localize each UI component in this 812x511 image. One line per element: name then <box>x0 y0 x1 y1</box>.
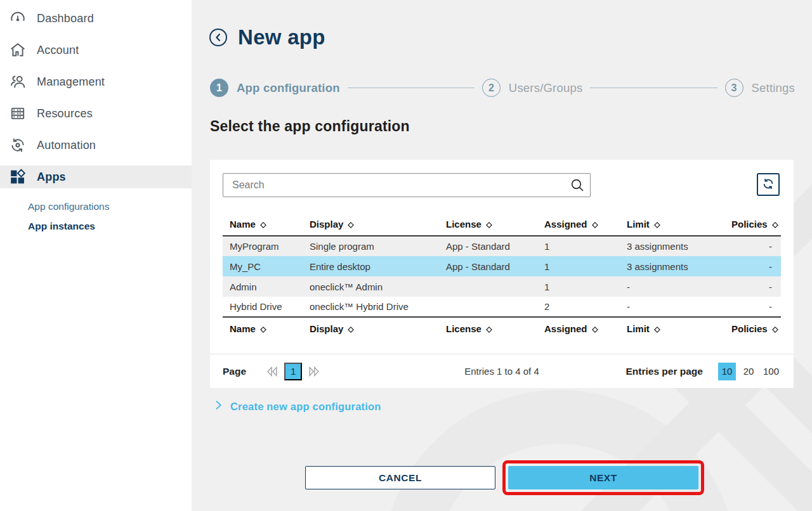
step-number: 1 <box>210 79 228 97</box>
page-label: Page <box>223 366 246 377</box>
cell-license <box>439 276 537 297</box>
table-row[interactable]: Hybrid Drive oneclick™ Hybrid Drive 2 - … <box>223 297 781 317</box>
cell-display: oneclick™ Admin <box>303 276 439 297</box>
sidebar-item-automation[interactable]: Automation <box>0 129 192 161</box>
diamond-sort-icon[interactable] <box>592 324 598 335</box>
sidebar-item-dashboard[interactable]: Dashboard <box>0 3 192 34</box>
column-header-policies[interactable]: Policies <box>724 317 781 340</box>
app-root: Dashboard Account Management <box>0 0 812 511</box>
current-page-button[interactable]: 1 <box>284 363 302 380</box>
cell-policies: - <box>724 276 781 297</box>
diamond-sort-icon[interactable] <box>260 219 266 230</box>
first-page-button[interactable] <box>265 365 279 378</box>
sidebar-item-label: Apps <box>37 171 66 184</box>
search-field <box>223 173 591 197</box>
refresh-button[interactable] <box>757 173 780 196</box>
page-size-100[interactable]: 100 <box>761 363 781 380</box>
sidebar-item-apps[interactable]: Apps <box>0 165 192 188</box>
main-content: New app 1 App configuration 2 Users/Grou… <box>192 0 812 511</box>
sidebar-item-resources[interactable]: Resources <box>0 98 192 129</box>
sidebar-subitem-app-configurations[interactable]: App configurations <box>28 197 192 216</box>
cell-name: Hybrid Drive <box>223 297 303 317</box>
stepper-step-users-groups: 2 Users/Groups <box>482 79 583 97</box>
column-header-limit[interactable]: Limit <box>620 317 724 340</box>
cell-license: App - Standard <box>439 236 537 256</box>
step-number: 3 <box>725 79 743 97</box>
search-input[interactable] <box>223 173 591 197</box>
automation-icon <box>9 136 27 154</box>
stepper-connector <box>348 87 475 89</box>
last-page-button[interactable] <box>307 365 321 378</box>
create-new-app-configuration-link[interactable]: Create new app configuration <box>213 399 381 413</box>
page-size-10[interactable]: 10 <box>718 363 736 380</box>
cell-policies: - <box>724 256 781 276</box>
home-icon <box>9 41 27 59</box>
diamond-sort-icon[interactable] <box>772 219 778 230</box>
table-row[interactable]: MyProgram Single program App - Standard … <box>223 236 781 256</box>
gauge-icon <box>9 10 27 27</box>
step-label: App configuration <box>237 81 340 95</box>
entries-per-page-label: Entries per page <box>626 366 703 377</box>
cell-display: oneclick™ Hybrid Drive <box>303 297 439 317</box>
back-button[interactable] <box>209 28 228 47</box>
stepper-step-settings: 3 Settings <box>725 79 795 97</box>
cell-limit: - <box>620 297 724 317</box>
table-row-selected[interactable]: My_PC Entire desktop App - Standard 1 3 … <box>223 256 781 276</box>
diamond-sort-icon[interactable] <box>592 219 598 230</box>
column-header-display[interactable]: Display <box>303 317 439 340</box>
column-header-name[interactable]: Name <box>223 317 303 340</box>
cell-display: Single program <box>303 236 439 256</box>
diamond-sort-icon[interactable] <box>348 219 354 230</box>
cell-assigned: 1 <box>537 276 620 297</box>
sidebar-subitem-app-instances[interactable]: App instances <box>28 216 192 236</box>
app-config-table: Name Display License Assigned Limit Poli… <box>223 214 781 340</box>
cell-display: Entire desktop <box>303 256 439 276</box>
search-icon[interactable] <box>570 178 585 193</box>
cell-policies: - <box>724 236 781 256</box>
stepper: 1 App configuration 2 Users/Groups 3 Set… <box>210 79 795 97</box>
column-header-license[interactable]: License <box>439 214 537 236</box>
column-header-assigned[interactable]: Assigned <box>537 214 620 236</box>
column-header-limit[interactable]: Limit <box>620 214 724 236</box>
sidebar-item-account[interactable]: Account <box>0 34 192 66</box>
cell-limit: 3 assignments <box>620 236 724 256</box>
diamond-sort-icon[interactable] <box>654 219 660 230</box>
page-size-20[interactable]: 20 <box>740 363 757 380</box>
users-icon <box>9 73 27 91</box>
step-label: Users/Groups <box>509 81 583 95</box>
column-header-policies[interactable]: Policies <box>724 214 781 236</box>
cell-name: Admin <box>223 276 303 297</box>
diamond-sort-icon[interactable] <box>654 324 660 335</box>
sidebar-item-label: Account <box>37 44 79 57</box>
entries-per-page-controls: Entries per page 10 20 100 <box>626 363 782 380</box>
chevron-right-icon <box>213 399 224 413</box>
double-chevron-right-icon <box>307 371 321 380</box>
refresh-icon <box>761 177 775 193</box>
step-number: 2 <box>482 79 501 97</box>
table-footer-header: Name Display License Assigned Limit Poli… <box>223 317 781 340</box>
cell-license <box>439 297 537 317</box>
cell-limit: 3 assignments <box>620 256 724 276</box>
app-config-card: Name Display License Assigned Limit Poli… <box>210 160 794 388</box>
cell-name: My_PC <box>223 256 303 276</box>
sidebar-item-label: Automation <box>37 139 96 152</box>
cancel-button[interactable]: CANCEL <box>305 466 495 489</box>
table-header: Name Display License Assigned Limit Poli… <box>223 214 781 236</box>
create-link-label: Create new app configuration <box>230 401 381 413</box>
cell-name: MyProgram <box>223 236 303 256</box>
column-header-display[interactable]: Display <box>303 214 439 236</box>
sidebar-item-management[interactable]: Management <box>0 66 192 98</box>
diamond-sort-icon[interactable] <box>348 324 354 335</box>
table-row[interactable]: Admin oneclick™ Admin 1 - - <box>223 276 781 297</box>
diamond-sort-icon[interactable] <box>772 324 778 335</box>
column-header-name[interactable]: Name <box>223 214 303 236</box>
column-header-assigned[interactable]: Assigned <box>537 317 620 340</box>
diamond-sort-icon[interactable] <box>486 324 492 335</box>
column-header-license[interactable]: License <box>439 317 537 340</box>
page-controls: Page 1 <box>223 363 325 380</box>
diamond-sort-icon[interactable] <box>260 324 266 335</box>
diamond-sort-icon[interactable] <box>486 219 492 230</box>
next-button[interactable]: NEXT <box>508 466 698 489</box>
sidebar: Dashboard Account Management <box>0 0 192 511</box>
apps-submenu: App configurations App instances <box>0 193 192 236</box>
